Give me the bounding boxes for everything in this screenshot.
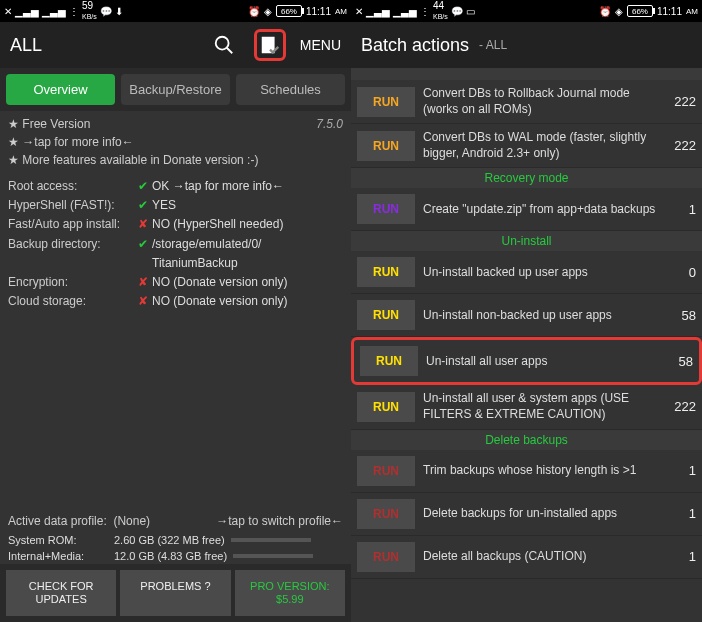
- cast-icon: ▭: [466, 6, 475, 17]
- batch-row[interactable]: RUN Un-install all user & system apps (U…: [351, 385, 702, 429]
- batch-count: 1: [668, 506, 696, 521]
- batch-row[interactable]: RUN Convert DBs to Rollback Journal mode…: [351, 80, 702, 124]
- search-icon[interactable]: [208, 29, 240, 61]
- batch-row[interactable]: RUN Delete all backups (CAUTION) 1: [351, 536, 702, 579]
- wifi-icon: ◈: [264, 6, 272, 17]
- check-updates-button[interactable]: CHECK FOR UPDATES: [6, 570, 116, 616]
- encryption-key: Encryption:: [8, 273, 138, 292]
- signal-icon: ▁▃▅: [366, 6, 390, 17]
- batch-count: 1: [668, 549, 696, 564]
- cloud-key: Cloud storage:: [8, 292, 138, 311]
- batch-desc: Create "update.zip" from app+data backup…: [423, 202, 660, 218]
- batch-desc: Delete all backups (CAUTION): [423, 549, 660, 565]
- left-screen: ✕ ▁▃▅ ▁▃▅ ⋮ 59KB/s 💬 ⬇ ⏰ ◈ 66% 11:11 AM …: [0, 0, 351, 622]
- svg-point-0: [216, 37, 229, 50]
- run-button[interactable]: RUN: [357, 456, 415, 486]
- wifi-icon: ◈: [615, 6, 623, 17]
- root-value[interactable]: OK →tap for more info←: [152, 177, 284, 196]
- sysrom-bar: [231, 538, 311, 542]
- status-bar: ✕ ▁▃▅ ▁▃▅ ⋮ 44KB/s 💬 ▭ ⏰ ◈ 66% 11:11 AM: [351, 0, 702, 22]
- batch-row[interactable]: RUN Delete backups for un-installed apps…: [351, 493, 702, 536]
- encryption-value: NO (Donate version only): [152, 273, 287, 292]
- battery-icon: 66%: [276, 5, 302, 17]
- signal-icon: ▁▃▅: [42, 6, 66, 17]
- signal-icon: ▁▃▅: [15, 6, 39, 17]
- internal-bar: [233, 554, 313, 558]
- profile-hint: →tap to switch profile←: [216, 514, 343, 528]
- batch-count: 1: [668, 202, 696, 217]
- battery-icon: 66%: [627, 5, 653, 17]
- batch-count: 58: [665, 354, 693, 369]
- batch-row[interactable]: RUN Convert DBs to WAL mode (faster, sli…: [351, 124, 702, 168]
- batch-desc: Delete backups for un-installed apps: [423, 506, 660, 522]
- batch-desc: Un-install backed up user apps: [423, 265, 660, 281]
- hypershell-value: YES: [152, 196, 176, 215]
- check-icon: ✔: [138, 196, 148, 215]
- donate-hint: ★ More features available in Donate vers…: [8, 151, 343, 169]
- clock-time: 11:11: [306, 6, 331, 17]
- backupdir-value[interactable]: /storage/emulated/0/ TitaniumBackup: [152, 235, 261, 273]
- check-icon: ✔: [138, 177, 148, 196]
- tap-info-hint[interactable]: ★ →tap for more info←: [8, 133, 343, 151]
- menu-button[interactable]: MENU: [300, 37, 341, 53]
- batch-row[interactable]: RUN Trim backups whose history length is…: [351, 450, 702, 493]
- check-icon: ✔: [138, 235, 148, 254]
- batch-desc: Trim backups whose history length is >1: [423, 463, 660, 479]
- svg-line-1: [227, 48, 233, 54]
- status-bar: ✕ ▁▃▅ ▁▃▅ ⋮ 59KB/s 💬 ⬇ ⏰ ◈ 66% 11:11 AM: [0, 0, 351, 22]
- batch-row[interactable]: RUN Create "update.zip" from app+data ba…: [351, 188, 702, 231]
- run-button[interactable]: RUN: [357, 257, 415, 287]
- free-version-label: ★ Free Version: [8, 115, 90, 133]
- alarm-icon: ⏰: [599, 6, 611, 17]
- profile-value: (None): [113, 514, 150, 528]
- batch-icon[interactable]: [254, 29, 286, 61]
- batch-row-highlighted[interactable]: RUN Un-install all user apps 58: [351, 337, 702, 385]
- section-header-uninstall: Un-install: [351, 231, 702, 251]
- more-icon: ⋮: [420, 6, 430, 17]
- batch-list[interactable]: RUN Convert DBs to Rollback Journal mode…: [351, 68, 702, 622]
- batch-title: Batch actions: [361, 35, 469, 56]
- fastinstall-value: NO (HyperShell needed): [152, 215, 283, 234]
- hypershell-key: HyperShell (FAST!):: [8, 196, 138, 215]
- run-button[interactable]: RUN: [357, 131, 415, 161]
- version-label: 7.5.0: [316, 115, 343, 133]
- batch-desc: Convert DBs to WAL mode (faster, slightl…: [423, 130, 660, 161]
- signal-icon: ▁▃▅: [393, 6, 417, 17]
- status-list: Root access:✔OK →tap for more info← Hype…: [0, 173, 351, 315]
- clock-time: 11:11: [657, 6, 682, 17]
- clock-ampm: AM: [686, 7, 698, 16]
- pro-version-button[interactable]: PRO VERSION: $5.99: [235, 570, 345, 616]
- tab-backup-restore[interactable]: Backup/Restore: [121, 74, 230, 105]
- batch-count: 58: [668, 308, 696, 323]
- batch-desc: Un-install all user apps: [426, 354, 657, 370]
- run-button[interactable]: RUN: [357, 392, 415, 422]
- system-rom-row: System ROM: 2.60 GB (322 MB free): [0, 532, 351, 548]
- problems-button[interactable]: PROBLEMS ?: [120, 570, 230, 616]
- cross-icon: ✘: [138, 215, 148, 234]
- batch-count: 222: [668, 94, 696, 109]
- no-signal-icon: ✕: [4, 6, 12, 17]
- cloud-value: NO (Donate version only): [152, 292, 287, 311]
- no-signal-icon: ✕: [355, 6, 363, 17]
- batch-row[interactable]: RUN Un-install non-backed up user apps 5…: [351, 294, 702, 337]
- tab-schedules[interactable]: Schedules: [236, 74, 345, 105]
- run-button[interactable]: RUN: [357, 87, 415, 117]
- sysrom-key: System ROM:: [8, 534, 108, 546]
- profile-row[interactable]: Active data profile: (None) →tap to swit…: [0, 510, 351, 532]
- profile-key: Active data profile:: [8, 514, 107, 528]
- tab-overview[interactable]: Overview: [6, 74, 115, 105]
- run-button[interactable]: RUN: [357, 300, 415, 330]
- run-button[interactable]: RUN: [357, 542, 415, 572]
- run-button[interactable]: RUN: [360, 346, 418, 376]
- run-button[interactable]: RUN: [357, 194, 415, 224]
- app-title: ALL: [10, 35, 42, 56]
- more-icon: ⋮: [69, 6, 79, 17]
- batch-desc: Convert DBs to Rollback Journal mode (wo…: [423, 86, 660, 117]
- batch-count: 1: [668, 463, 696, 478]
- run-button[interactable]: RUN: [357, 499, 415, 529]
- batch-row[interactable]: RUN Un-install backed up user apps 0: [351, 251, 702, 294]
- right-screen: ✕ ▁▃▅ ▁▃▅ ⋮ 44KB/s 💬 ▭ ⏰ ◈ 66% 11:11 AM …: [351, 0, 702, 622]
- cross-icon: ✘: [138, 292, 148, 311]
- fastinstall-key: Fast/Auto app install:: [8, 215, 138, 234]
- batch-count: 222: [668, 138, 696, 153]
